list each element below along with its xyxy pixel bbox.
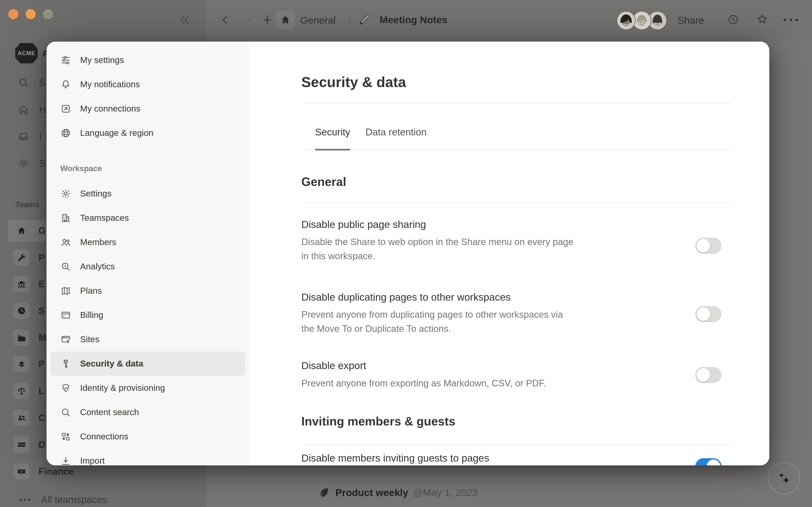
- workspace-section-label: Workspace: [60, 164, 249, 173]
- teamspace-item[interactable]: E: [13, 276, 45, 292]
- grid-icon: [60, 431, 71, 442]
- sidebar-item-sites[interactable]: Sites: [50, 327, 245, 351]
- bank-icon: [13, 276, 30, 292]
- history-clock-icon[interactable]: [727, 14, 739, 25]
- sidebar-item-language-region[interactable]: Language & region: [50, 121, 245, 145]
- cash-icon: [13, 463, 30, 480]
- breadcrumb-section[interactable]: General: [300, 14, 336, 26]
- breadcrumb-page-title[interactable]: Meeting Notes: [379, 14, 448, 25]
- teamspace-item[interactable]: Finance: [13, 463, 73, 480]
- more-options-icon[interactable]: [784, 18, 798, 21]
- sidebar-item-security-data[interactable]: Security & data: [50, 351, 245, 376]
- search-icon: [60, 407, 71, 418]
- bell-icon: [60, 79, 71, 90]
- sidebar-collapse-icon[interactable]: [179, 14, 191, 26]
- ai-sparkles-button[interactable]: [768, 462, 800, 495]
- tab-bar: Security Data retention: [315, 126, 426, 151]
- traffic-light-zoom[interactable]: [43, 9, 53, 19]
- toggle-disable-public-page-sharing[interactable]: [695, 238, 721, 254]
- sliders-icon: [60, 55, 71, 66]
- toggle-disable-export[interactable]: [695, 367, 721, 383]
- traffic-light-close[interactable]: [8, 9, 18, 19]
- avatar[interactable]: [617, 11, 636, 30]
- sidebar-item-connections[interactable]: Connections: [50, 425, 245, 449]
- sidebar-item-settings[interactable]: Settings: [50, 181, 245, 206]
- sidebar-item-identity-provisioning[interactable]: Identity & provisioning: [50, 376, 245, 400]
- teamspace-item[interactable]: G: [13, 223, 46, 239]
- sidebar-item-home[interactable]: H: [18, 104, 47, 115]
- workspace-logo[interactable]: ACME: [15, 43, 38, 63]
- setting-title: Disable duplicating pages to other works…: [301, 291, 511, 303]
- map-icon: [60, 285, 71, 296]
- analytics-icon: [60, 261, 71, 272]
- teamspace-item[interactable]: S: [13, 303, 45, 319]
- teamspace-item[interactable]: L: [13, 383, 44, 399]
- sidebar-item-label: Sites: [80, 334, 99, 344]
- sidebar-item-label: Billing: [80, 310, 103, 320]
- new-page-icon[interactable]: [261, 14, 273, 26]
- sidebar-item-label: Settings: [80, 189, 111, 199]
- members-icon: [60, 237, 71, 248]
- sidebar-item-my-notifications[interactable]: My notifications: [50, 72, 245, 97]
- sidebar-item-label: Import: [80, 456, 105, 465]
- toggle-disable-members-inviting-guests[interactable]: [695, 458, 721, 465]
- tab-data-retention[interactable]: Data retention: [365, 126, 426, 151]
- sidebar-item-label: Teamspaces: [80, 213, 129, 223]
- sidebar-item-label: Content search: [80, 407, 139, 417]
- browser-cursor-icon: [60, 334, 71, 345]
- divider: [301, 150, 733, 150]
- sidebar-item-billing[interactable]: Billing: [50, 303, 245, 327]
- divider: [301, 202, 733, 203]
- settings-sidebar: My settings My notifications My connecti…: [47, 42, 249, 465]
- share-button[interactable]: Share: [677, 14, 704, 26]
- teamspace-item[interactable]: M: [13, 330, 46, 346]
- sidebar-item-label: Plans: [80, 286, 102, 296]
- import-arrow-icon: [60, 455, 71, 466]
- sidebar-item-analytics[interactable]: Analytics: [50, 255, 245, 279]
- sidebar-item-import[interactable]: Import: [50, 449, 245, 465]
- teamspace-item[interactable]: P: [13, 356, 45, 372]
- sidebar-item-inbox[interactable]: I: [18, 131, 47, 142]
- sidebar-item-my-settings[interactable]: My settings: [50, 48, 245, 72]
- sidebar-item-members[interactable]: Members: [50, 230, 245, 255]
- nav-forward-icon[interactable]: [242, 14, 254, 26]
- waves-icon: [13, 437, 30, 453]
- sidebar-item-my-connections[interactable]: My connections: [50, 97, 245, 121]
- teamspace-item[interactable]: D: [13, 437, 45, 453]
- shield-check-icon: [60, 383, 71, 394]
- sidebar-item-teamspaces[interactable]: Teamspaces: [50, 206, 245, 230]
- tab-security[interactable]: Security: [315, 126, 350, 151]
- sidebar-item-label: My connections: [80, 104, 140, 114]
- sidebar-item-content-search[interactable]: Content search: [50, 400, 245, 425]
- sidebar-item-plans[interactable]: Plans: [50, 279, 245, 303]
- nav-back-icon[interactable]: [219, 14, 231, 26]
- all-teamspaces[interactable]: All teamspaces: [19, 494, 107, 505]
- divider: [301, 445, 733, 445]
- sidebar-item-settings[interactable]: S: [18, 158, 47, 169]
- setting-description: Prevent anyone from duplicating pages to…: [301, 307, 563, 336]
- divider: [301, 103, 733, 103]
- sidebar-item-label: My notifications: [80, 79, 140, 89]
- doc-list-item[interactable]: Product weekly @May 1, 2023: [318, 486, 478, 499]
- teamspace-item[interactable]: C: [13, 410, 45, 426]
- setting-title: Disable export: [301, 360, 366, 372]
- key-icon: [60, 358, 71, 369]
- ellipsis-icon: [19, 499, 30, 501]
- section-heading-inviting: Inviting members & guests: [301, 414, 455, 428]
- favorite-star-icon[interactable]: [756, 13, 768, 25]
- globe-icon: [60, 128, 71, 138]
- sidebar-item-label: Members: [80, 237, 116, 247]
- arrow-out-box-icon: [60, 103, 71, 114]
- sidebar-item-search[interactable]: S: [18, 77, 47, 89]
- traffic-light-minimize[interactable]: [26, 9, 36, 19]
- section-heading-general: General: [301, 175, 346, 189]
- credit-card-icon: [60, 310, 71, 321]
- wrench-icon: [13, 250, 30, 266]
- setting-description: Prevent anyone from exporting as Markdow…: [301, 376, 546, 390]
- toggle-disable-duplicating-pages[interactable]: [695, 306, 721, 322]
- breadcrumb-home-icon[interactable]: [276, 11, 295, 29]
- page-pencil-icon: [357, 12, 372, 27]
- teamspace-item[interactable]: P: [13, 250, 45, 266]
- sidebar-item-label: Connections: [80, 432, 129, 442]
- sidebar-item-label: My settings: [80, 55, 124, 65]
